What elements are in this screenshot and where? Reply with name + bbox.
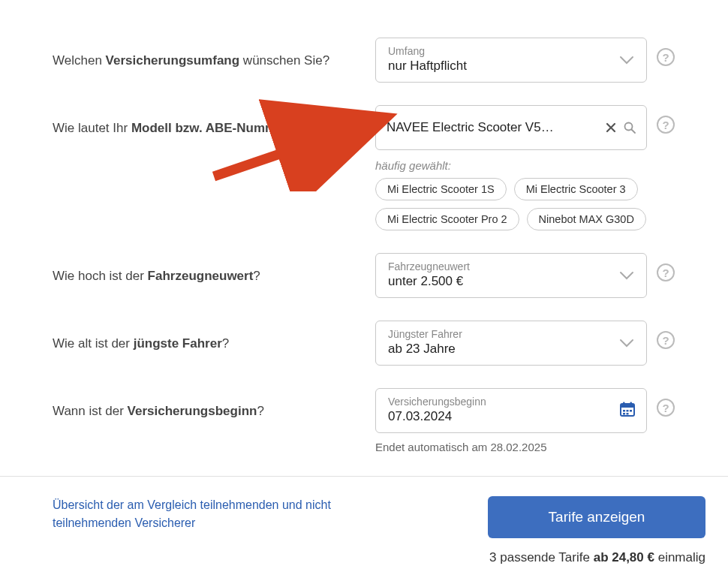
coverage-select[interactable]: Umfang nur Haftpflicht — [375, 38, 647, 83]
svg-rect-6 — [627, 410, 629, 412]
start-note: Endet automatisch am 28.02.2025 — [375, 441, 647, 453]
svg-rect-5 — [623, 410, 625, 412]
calendar-icon — [619, 401, 636, 420]
driver-select[interactable]: Jüngster Fahrer ab 23 Jahre — [375, 321, 647, 366]
svg-rect-4 — [630, 402, 633, 406]
coverage-question: Welchen Versicherungsumfang wünschen Sie… — [53, 38, 375, 71]
result-summary: 3 passende Tarife ab 24,80 € einmalig — [488, 550, 705, 565]
chip-mi-3[interactable]: Mi Electric Scooter 3 — [514, 178, 638, 200]
svg-rect-3 — [623, 402, 625, 406]
chip-mi-pro2[interactable]: Mi Electric Scooter Pro 2 — [375, 208, 519, 230]
help-icon[interactable]: ? — [657, 263, 675, 281]
newvalue-select-label: Fahrzeugneuwert — [388, 260, 616, 272]
model-question: Wie lautet Ihr Modell bzw. ABE-Nummer? — [53, 105, 375, 138]
search-icon[interactable] — [624, 122, 636, 134]
start-question: Wann ist der Versicherungsbeginn? — [53, 388, 375, 421]
help-icon[interactable]: ? — [657, 331, 675, 349]
coverage-select-label: Umfang — [388, 45, 616, 57]
driver-select-value: ab 23 Jahre — [388, 342, 456, 356]
help-icon[interactable]: ? — [657, 116, 675, 134]
model-hint: häufig gewählt: — [375, 159, 647, 172]
start-date-label: Versicherungsbeginn — [388, 396, 616, 408]
svg-rect-7 — [630, 410, 632, 412]
model-chips: Mi Electric Scooter 1S Mi Electric Scoot… — [375, 178, 647, 230]
model-search-value: NAVEE Electric Scooter V5… — [387, 120, 598, 135]
chip-ninebot[interactable]: Ninebot MAX G30D — [527, 208, 646, 230]
chevron-down-icon — [619, 271, 634, 280]
driver-question: Wie alt ist der jüngste Fahrer? — [53, 321, 375, 354]
close-icon[interactable] — [606, 122, 616, 133]
coverage-select-value: nur Haftpflicht — [388, 59, 467, 73]
help-icon[interactable]: ? — [657, 48, 675, 66]
participating-insurers-link[interactable]: Übersicht der am Vergleich teilnehmenden… — [53, 496, 368, 532]
svg-rect-9 — [627, 413, 629, 415]
svg-rect-2 — [621, 404, 634, 408]
start-date-input[interactable]: Versicherungsbeginn 07.03.2024 — [375, 388, 647, 433]
driver-select-label: Jüngster Fahrer — [388, 328, 616, 340]
newvalue-select-value: unter 2.500 € — [388, 274, 463, 288]
chevron-down-icon — [619, 339, 634, 348]
newvalue-select[interactable]: Fahrzeugneuwert unter 2.500 € — [375, 253, 647, 298]
show-tariffs-button[interactable]: Tarife anzeigen — [488, 496, 705, 538]
help-icon[interactable]: ? — [657, 399, 675, 417]
start-date-value: 07.03.2024 — [388, 409, 452, 423]
model-search-input[interactable]: NAVEE Electric Scooter V5… — [375, 105, 647, 150]
chevron-down-icon — [619, 56, 634, 65]
newvalue-question: Wie hoch ist der Fahrzeugneuwert? — [53, 253, 375, 286]
svg-rect-8 — [623, 413, 625, 415]
chip-mi-1s[interactable]: Mi Electric Scooter 1S — [375, 178, 507, 200]
